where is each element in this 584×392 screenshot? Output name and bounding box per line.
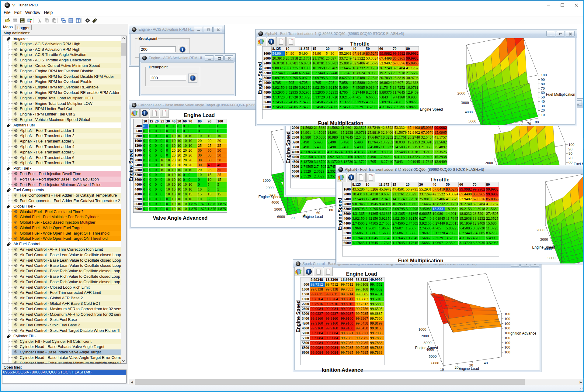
page-button[interactable]	[356, 173, 366, 182]
value-cell[interactable]: 0	[143, 129, 149, 134]
value-cell[interactable]: 10	[188, 143, 197, 148]
tree-item[interactable]: Air Fuel Control - Fuel Trim corrected A…	[2, 290, 126, 295]
value-cell[interactable]: 99.8138	[325, 287, 340, 292]
value-cell[interactable]: 1.17645	[365, 236, 378, 241]
paste-icon[interactable]	[52, 18, 57, 23]
value-cell[interactable]: 1.875	[217, 207, 227, 211]
value-cell[interactable]: 41.1757	[434, 135, 447, 140]
value-cell[interactable]: 6.27440	[419, 216, 432, 221]
value-cell[interactable]: 99.9982	[392, 51, 405, 56]
value-cell[interactable]: 1.875	[188, 202, 197, 207]
value-cell[interactable]: 3.52935	[485, 241, 499, 246]
value-cell[interactable]: 21.960	[420, 145, 434, 150]
value-cell[interactable]: 0	[177, 129, 182, 134]
value-cell[interactable]: 67.0576	[420, 130, 434, 135]
value-cell[interactable]: 10	[177, 202, 182, 207]
value-cell[interactable]: 23.1368	[405, 81, 419, 85]
value-cell[interactable]: 32.9406	[352, 61, 365, 66]
value-cell[interactable]: 16.0781	[285, 61, 298, 66]
value-cell[interactable]: 30	[217, 148, 227, 153]
value-cell[interactable]: 99.7985	[355, 336, 370, 341]
value-cell[interactable]: 30.9798	[405, 76, 419, 81]
value-cell[interactable]: 10	[177, 197, 182, 202]
value-cell[interactable]: 4.31365	[300, 150, 313, 155]
value-cell[interactable]: 0	[154, 192, 160, 197]
value-cell[interactable]: 1.17645	[352, 236, 365, 241]
map-info-button[interactable]	[140, 108, 149, 118]
value-cell[interactable]: 2.3529	[313, 169, 327, 174]
value-cell[interactable]: 19.2153	[407, 140, 420, 145]
value-cell[interactable]: 18.8232	[472, 216, 485, 221]
value-cell[interactable]: 21.1761	[298, 56, 312, 61]
tree-item[interactable]: Air Fuel Control - Base Rich Value to Os…	[2, 279, 126, 285]
value-cell[interactable]: 99.8611	[325, 292, 340, 297]
value-cell[interactable]: 0	[160, 202, 166, 207]
value-cell[interactable]: 99.9084	[310, 331, 325, 336]
value-cell[interactable]: 99.9084	[325, 307, 340, 311]
value-cell[interactable]: 0	[143, 177, 149, 182]
tree-item[interactable]: Cylinder Fill - Fuel Cylinder Fill CoEff…	[2, 339, 126, 344]
value-cell[interactable]: 0	[197, 129, 207, 134]
value-cell[interactable]: 12.9409	[365, 81, 379, 85]
value-cell[interactable]: 2.74505	[285, 100, 298, 105]
window-titlebar[interactable]: vFAlphaN - Fuel Transient adder 3 @ 8966…	[336, 165, 583, 174]
tree-item[interactable]: Air Fuel Control - Stoic Fuel Base 2	[2, 322, 126, 328]
tree-item[interactable]: Engine - ACIS Activation RPM High	[2, 47, 126, 52]
value-cell[interactable]: 30	[217, 153, 227, 158]
value-cell[interactable]: 0	[149, 148, 154, 153]
colormap-button[interactable]	[257, 37, 266, 46]
value-cell[interactable]: 23.529	[472, 211, 485, 216]
value-cell[interactable]: 33.7249	[339, 56, 352, 61]
value-cell[interactable]: 19.2153	[379, 71, 392, 76]
value-cell[interactable]: 5.490	[327, 140, 340, 145]
value-cell[interactable]: 0	[143, 207, 149, 211]
value-cell[interactable]: 40	[217, 163, 227, 168]
value-cell[interactable]: 9.80375	[285, 66, 298, 71]
tree-item[interactable]: Cylinder Head - Base Exhaust Valve Angle…	[2, 344, 126, 349]
value-cell[interactable]: 2.3529	[300, 169, 313, 174]
breakpoint-input[interactable]: 200	[140, 46, 176, 52]
tree-item[interactable]: Engine - Engine RPM for Overload RE-enab…	[2, 90, 126, 95]
value-cell[interactable]: 1.5686	[378, 231, 392, 236]
value-cell[interactable]: 1.5686	[365, 231, 378, 236]
value-cell[interactable]: 99.6887	[355, 297, 370, 302]
value-cell[interactable]: 99.9982	[472, 187, 485, 192]
value-cell[interactable]: 99.9084	[325, 346, 340, 350]
value-cell[interactable]: 1.875	[217, 202, 227, 207]
value-cell[interactable]: 0	[149, 124, 154, 129]
value-cell[interactable]: 0	[149, 158, 154, 163]
value-cell[interactable]: 67.4498	[407, 126, 420, 130]
value-cell[interactable]: 3.92150	[272, 85, 285, 90]
value-cell[interactable]: 22.3525	[353, 126, 367, 130]
value-cell[interactable]: 3.13720	[300, 160, 313, 164]
tree-item[interactable]: Engine - Engine RPM for Overload Disable…	[2, 74, 126, 79]
value-cell[interactable]: 1.17645	[392, 241, 405, 246]
tree-category[interactable]: AlphaN Fuel	[2, 122, 126, 128]
value-cell[interactable]: 99.7833	[340, 287, 355, 292]
value-cell[interactable]: 99.9982	[405, 51, 419, 56]
page-button-2[interactable]	[160, 108, 169, 118]
tree-item[interactable]: Air Fuel Control - Stoic Fuel Target Dis…	[2, 328, 126, 333]
value-cell[interactable]: 30	[197, 153, 207, 158]
menu-file[interactable]: File	[2, 9, 12, 15]
value-cell[interactable]: 0	[160, 187, 166, 192]
tile-vertical-icon[interactable]	[76, 18, 81, 23]
menu-window[interactable]: Window	[23, 9, 42, 15]
value-cell[interactable]: 12.5488	[394, 150, 407, 155]
value-cell[interactable]: 0	[154, 129, 160, 134]
form-icon[interactable]	[12, 18, 18, 23]
value-cell[interactable]: 2.74505	[392, 221, 405, 226]
app-close-button[interactable]	[569, 1, 583, 9]
value-cell[interactable]: 4.705	[365, 100, 379, 105]
value-cell[interactable]: 99.9084	[325, 341, 340, 346]
value-cell[interactable]: 5.88225	[405, 100, 419, 105]
value-cell[interactable]: 99.8916	[310, 302, 325, 307]
value-cell[interactable]: 99.8321	[340, 331, 355, 336]
value-cell[interactable]: 12.9409	[420, 155, 434, 160]
value-cell[interactable]: 18.4310	[352, 192, 365, 197]
value-cell[interactable]: 99.6108	[355, 282, 370, 287]
value-cell[interactable]: 0	[149, 182, 154, 187]
value-cell[interactable]: 32.5484	[392, 66, 405, 71]
value-cell[interactable]: 15	[197, 192, 207, 197]
value-cell[interactable]: 0	[154, 143, 160, 148]
